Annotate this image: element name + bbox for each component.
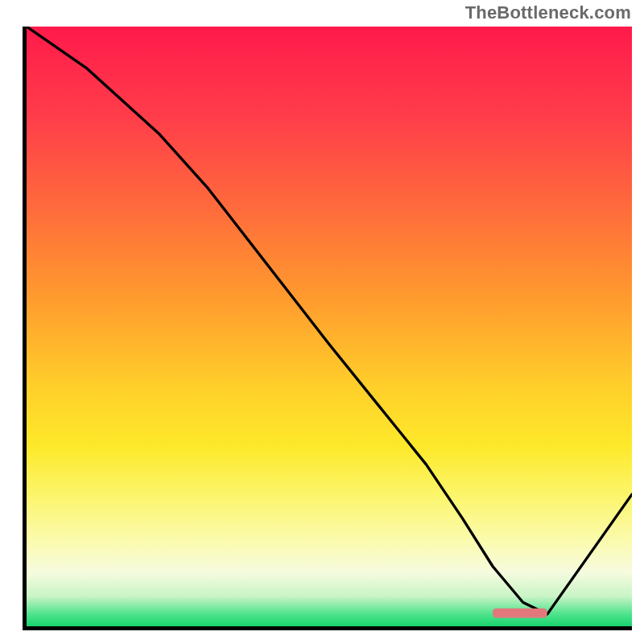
bottleneck-chart: TheBottleneck.com (0, 0, 644, 644)
heatmap-gradient-background (27, 27, 632, 626)
plot-area (23, 27, 632, 630)
watermark-text: TheBottleneck.com (465, 2, 631, 23)
